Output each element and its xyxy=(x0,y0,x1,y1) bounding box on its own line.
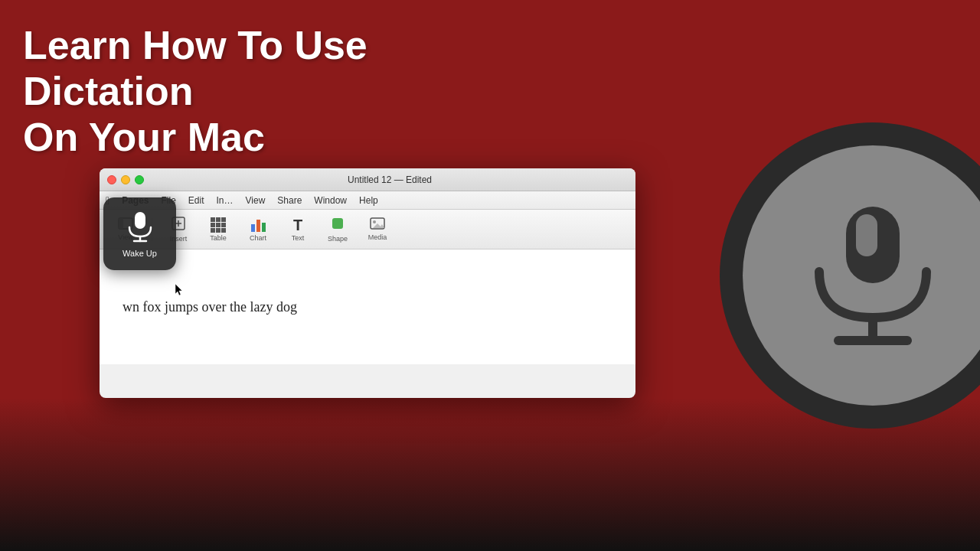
main-title: Learn How To Use Dictation On Your Mac xyxy=(23,23,421,160)
mic-circle-inner xyxy=(743,145,980,406)
title-block: Learn How To Use Dictation On Your Mac xyxy=(23,23,421,160)
svg-rect-9 xyxy=(135,212,145,229)
share-menu[interactable]: Share xyxy=(277,195,302,206)
dictation-widget[interactable]: Wake Up xyxy=(103,197,176,270)
cursor xyxy=(175,283,184,292)
chart-button[interactable]: Chart xyxy=(241,213,275,246)
window-titlebar: Untitled 12 — Edited xyxy=(100,168,635,191)
chart-icon xyxy=(251,217,266,233)
media-icon xyxy=(370,217,385,232)
shape-button[interactable]: Shape xyxy=(321,213,354,246)
text-button[interactable]: T Text xyxy=(281,213,315,246)
traffic-lights xyxy=(107,175,144,184)
window-menu[interactable]: Window xyxy=(314,195,347,206)
minimize-button[interactable] xyxy=(121,175,130,184)
svg-point-7 xyxy=(373,220,376,223)
fullscreen-button[interactable] xyxy=(135,175,144,184)
title-line1: Learn How To Use Dictation xyxy=(23,23,368,113)
document-text: wn fox jumps over the lazy dog xyxy=(122,299,297,315)
title-line2: On Your Mac xyxy=(23,115,265,159)
help-menu[interactable]: Help xyxy=(359,195,378,206)
large-mic-icon xyxy=(804,199,942,352)
table-icon xyxy=(211,217,226,233)
svg-rect-5 xyxy=(332,218,343,229)
table-button[interactable]: Table xyxy=(201,213,235,246)
dictation-mic-icon xyxy=(125,210,155,244)
dictation-label: Wake Up xyxy=(122,249,157,258)
svg-rect-13 xyxy=(856,214,877,256)
view-menu[interactable]: View xyxy=(246,195,266,206)
shape-icon xyxy=(330,216,345,233)
menu-bar:  Pages File Edit In… View Share Window … xyxy=(100,191,635,210)
text-icon: T xyxy=(293,217,302,233)
window-title: Untitled 12 — Edited xyxy=(152,174,628,185)
insert-menu[interactable]: In… xyxy=(217,195,234,206)
text-label: Text xyxy=(292,234,305,242)
toolbar: View Insert Table xyxy=(100,210,635,249)
shape-label: Shape xyxy=(328,235,348,243)
svg-marker-8 xyxy=(373,223,384,228)
media-button[interactable]: Media xyxy=(361,213,394,246)
close-button[interactable] xyxy=(107,175,116,184)
document-area[interactable]: wn fox jumps over the lazy dog xyxy=(100,249,635,364)
edit-menu[interactable]: Edit xyxy=(188,195,204,206)
media-label: Media xyxy=(368,233,387,241)
table-label: Table xyxy=(210,234,227,242)
chart-label: Chart xyxy=(250,234,266,242)
